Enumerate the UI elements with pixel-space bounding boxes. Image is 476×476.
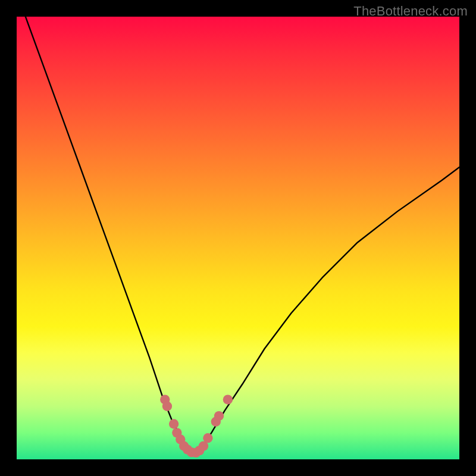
watermark-text: TheBottleneck.com xyxy=(353,4,468,19)
chart-stage: TheBottleneck.com xyxy=(0,0,476,476)
chart-gradient-background xyxy=(17,17,459,459)
